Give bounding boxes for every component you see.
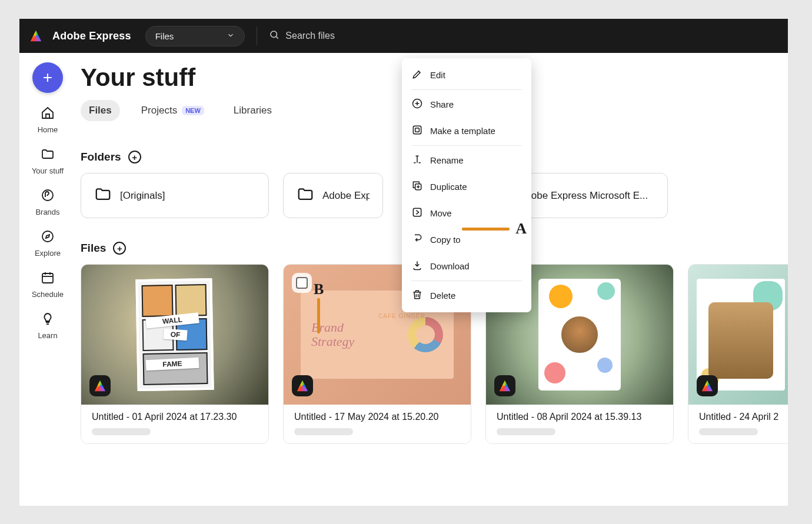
lightbulb-icon	[41, 312, 55, 328]
app-title: Adobe Express	[52, 30, 131, 42]
file-name: Untitled - 01 April 2024 at 17.23.30	[92, 412, 258, 422]
meta-placeholder	[699, 428, 758, 435]
file-card[interactable]: Untitled - 24 April 2	[688, 264, 788, 444]
tab-projects[interactable]: Projects NEW	[133, 100, 212, 121]
file-thumbnail: WALL OF FAME	[81, 265, 268, 405]
share-icon	[411, 98, 423, 111]
sidebar-item-label: Explore	[35, 249, 61, 258]
svg-point-0	[271, 31, 277, 38]
sidebar-item-label: Learn	[38, 331, 57, 340]
menu-item-label: Download	[430, 261, 470, 271]
menu-item-label: Copy to	[430, 235, 461, 245]
sidebar-item-explore[interactable]: Explore	[35, 229, 61, 258]
file-card[interactable]: WALL OF FAME Untitled - 01 April 2024 at…	[81, 264, 269, 444]
menu-item-label: Make a template	[430, 126, 495, 136]
copy-icon	[411, 233, 423, 246]
tab-libraries[interactable]: Libraries	[225, 100, 280, 121]
svg-rect-13	[415, 128, 420, 132]
sidebar-item-label: Your stuff	[32, 166, 64, 175]
tab-label: Libraries	[234, 105, 272, 116]
sidebar-item-schedule[interactable]: Schedule	[32, 271, 64, 299]
menu-separator	[411, 89, 522, 90]
select-checkbox[interactable]	[292, 273, 312, 293]
annotation-a: A	[462, 222, 527, 235]
menu-item-label: Rename	[430, 155, 464, 165]
add-folder-button[interactable]: +	[128, 151, 141, 163]
sidebar-item-home[interactable]: Home	[38, 106, 58, 134]
adobe-express-badge-icon	[494, 375, 515, 396]
download-icon	[411, 259, 423, 273]
calendar-icon	[41, 271, 55, 286]
menu-item-download[interactable]: Download	[402, 253, 531, 279]
sidebar-item-learn[interactable]: Learn	[38, 312, 57, 340]
annotation-a-label: A	[515, 220, 527, 238]
rename-icon	[411, 153, 423, 167]
sidebar-item-label: Brands	[35, 208, 59, 216]
duplicate-icon	[411, 180, 423, 193]
move-icon	[411, 206, 423, 220]
meta-placeholder	[294, 428, 353, 435]
pencil-icon	[411, 68, 423, 82]
new-badge: NEW	[182, 106, 204, 115]
menu-item-duplicate[interactable]: Duplicate	[402, 173, 531, 200]
file-type-selector[interactable]: Files	[145, 26, 245, 46]
search-placeholder: Search files	[285, 31, 335, 41]
tab-label: Files	[89, 105, 112, 116]
folder-name: Adobe Express Microsoft E...	[519, 190, 648, 202]
sidebar-item-brands[interactable]: Brands	[35, 188, 59, 216]
folder-icon	[94, 185, 112, 206]
menu-item-share[interactable]: Share	[402, 91, 531, 118]
divider	[257, 26, 257, 45]
folder-card[interactable]: [Originals]	[81, 173, 269, 218]
svg-point-3	[42, 231, 53, 242]
new-button[interactable]: +	[32, 62, 63, 93]
folder-name: Adobe Expre	[322, 190, 370, 202]
menu-item-make-template[interactable]: Make a template	[402, 118, 531, 144]
menu-item-label: Move	[430, 208, 452, 218]
home-icon	[41, 106, 55, 122]
topbar: Adobe Express Files Search files	[19, 19, 788, 53]
folders-heading-label: Folders	[81, 151, 121, 163]
menu-item-label: Share	[430, 99, 454, 109]
menu-item-label: Delete	[430, 291, 455, 301]
annotation-b-label: B	[314, 281, 324, 298]
menu-separator	[411, 145, 522, 146]
svg-marker-4	[46, 235, 49, 238]
menu-item-rename[interactable]: Rename	[402, 147, 531, 173]
svg-rect-5	[42, 273, 53, 283]
add-file-button[interactable]: +	[113, 242, 126, 255]
folder-icon	[297, 185, 314, 206]
sidebar-item-label: Home	[38, 125, 58, 134]
folder-name: [Originals]	[120, 190, 165, 202]
folder-card[interactable]: Adobe Expre	[283, 173, 383, 218]
tab-label: Projects	[141, 105, 177, 116]
menu-item-delete[interactable]: Delete	[402, 282, 531, 309]
trash-icon	[411, 289, 423, 302]
adobe-express-logo	[28, 28, 44, 44]
files-heading-label: Files	[81, 242, 106, 255]
file-name: Untitled - 24 April 2	[699, 412, 783, 422]
search-input[interactable]: Search files	[269, 29, 335, 42]
folder-icon	[41, 147, 55, 163]
compass-icon	[41, 229, 55, 245]
sidebar-item-your-stuff[interactable]: Your stuff	[32, 147, 64, 175]
svg-rect-17	[413, 208, 421, 216]
annotation-b: B	[314, 281, 324, 333]
search-icon	[269, 29, 279, 42]
file-name: Untitled - 17 May 2024 at 15.20.20	[294, 412, 460, 422]
thumb2-subtitle: CAFE GINGER	[378, 313, 425, 319]
adobe-express-badge-icon	[697, 375, 718, 396]
thumb1-text-of: OF	[163, 329, 187, 341]
adobe-express-badge-icon	[89, 375, 111, 396]
tab-files[interactable]: Files	[81, 100, 120, 121]
svg-rect-12	[413, 126, 421, 133]
menu-item-label: Duplicate	[430, 182, 467, 192]
file-thumbnail	[688, 265, 788, 405]
menu-item-edit[interactable]: Edit	[402, 62, 531, 88]
sidebar: + Home Your stuff Brands Explore	[19, 53, 76, 506]
meta-placeholder	[92, 428, 151, 435]
brand-icon	[41, 188, 55, 204]
donut-chart-icon	[408, 317, 443, 352]
chevron-down-icon	[227, 31, 235, 41]
svg-line-1	[277, 36, 278, 38]
